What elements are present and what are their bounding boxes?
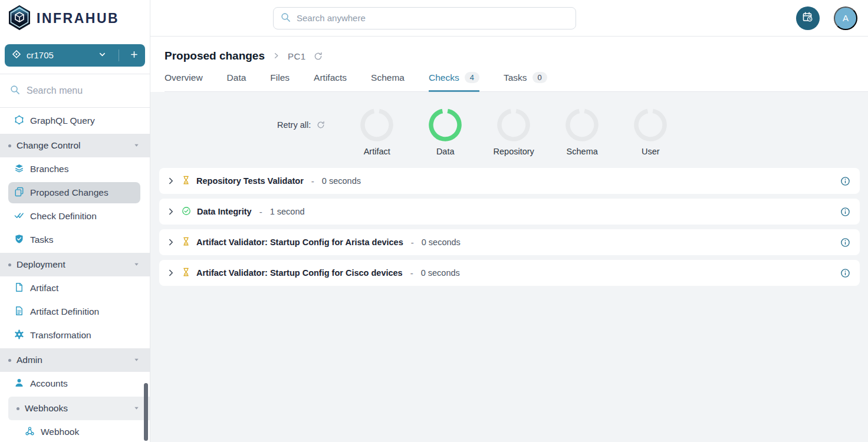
sidebar-scrollbar[interactable] [144, 383, 148, 441]
tab-data[interactable]: Data [227, 72, 246, 92]
bullet-icon [8, 263, 11, 266]
checks-panel: Retry all: Artifact Data [150, 92, 868, 442]
sidebar-item-accounts[interactable]: Accounts [0, 372, 150, 395]
sidebar: INFRAHUB cr1705 [0, 0, 150, 442]
sidebar-item-label: Check Definition [30, 211, 97, 222]
tab-label: Overview [165, 72, 203, 83]
progress-ring [565, 108, 599, 141]
tab-files[interactable]: Files [270, 72, 290, 92]
tab-label: Data [227, 72, 246, 83]
retry-all-button[interactable] [317, 121, 325, 129]
validator-list: Repository Tests Validator - 0 seconds D… [159, 168, 860, 286]
tab-checks[interactable]: Checks4 [429, 72, 479, 92]
tab-label: Artifacts [314, 72, 347, 83]
hourglass-icon [182, 237, 190, 248]
document-lines-icon [14, 306, 24, 318]
hourglass-icon [182, 176, 190, 186]
info-icon[interactable] [840, 207, 850, 217]
retry-all-label: Retry all: [277, 120, 311, 130]
hourglass-icon [182, 268, 190, 278]
validator-duration: 0 seconds [421, 268, 460, 278]
webhook-icon [25, 426, 35, 438]
sidebar-item-artifact-definition[interactable]: Artifact Definition [0, 300, 150, 324]
logo[interactable]: INFRAHUB [0, 0, 150, 37]
expand-chevron-icon[interactable] [166, 238, 176, 247]
validator-title: Artifact Validator: Startup Config for A… [196, 238, 403, 247]
ring-schema[interactable]: Schema [548, 108, 616, 156]
global-search-input[interactable] [297, 13, 568, 23]
sidebar-section-label: Change Control [17, 140, 81, 151]
validator-duration: 1 second [270, 207, 305, 216]
main-area: A Proposed changes PC1 Overview Data Fil… [150, 0, 868, 442]
graphql-icon [14, 115, 24, 127]
validator-row[interactable]: Repository Tests Validator - 0 seconds [159, 168, 860, 194]
validator-title: Data Integrity [197, 207, 252, 216]
tab-badge: 4 [465, 72, 479, 83]
tab-schema[interactable]: Schema [371, 72, 405, 92]
validator-title: Repository Tests Validator [196, 176, 304, 186]
branch-name: cr1705 [27, 50, 93, 60]
separator: - [411, 238, 414, 248]
branch-selector[interactable]: cr1705 [5, 44, 145, 67]
sidebar-item-label: Accounts [30, 378, 68, 389]
ring-user[interactable]: User [616, 108, 685, 156]
sidebar-item-artifact[interactable]: Artifact [0, 276, 150, 300]
proposed-changes-icon [14, 187, 24, 199]
avatar[interactable]: A [834, 6, 857, 30]
ring-label: Data [436, 147, 455, 156]
branches-icon [14, 163, 24, 176]
refresh-button[interactable] [314, 52, 323, 61]
tab-artifacts[interactable]: Artifacts [314, 72, 347, 92]
shield-check-icon [14, 234, 24, 246]
search-icon [10, 85, 20, 97]
sidebar-search-input[interactable] [27, 85, 127, 96]
tab-label: Schema [371, 72, 405, 83]
search-icon [281, 12, 291, 24]
info-icon[interactable] [840, 176, 850, 186]
sidebar-item-label: Artifact Definition [30, 306, 99, 317]
validator-row[interactable]: Data Integrity - 1 second [159, 199, 860, 225]
double-check-icon [14, 210, 24, 223]
sidebar-item-graphql-query[interactable]: GraphQL Query [0, 109, 150, 133]
expand-chevron-icon[interactable] [166, 268, 176, 278]
sidebar-item-proposed-changes[interactable]: Proposed Changes [8, 182, 140, 203]
sidebar-item-webhook[interactable]: Webhook [0, 420, 150, 442]
global-search[interactable] [273, 7, 576, 29]
sidebar-item-transformation[interactable]: Transformation [0, 324, 150, 347]
sidebar-item-label: Artifact [30, 283, 58, 293]
tab-overview[interactable]: Overview [165, 72, 203, 92]
info-icon[interactable] [840, 268, 850, 278]
ring-data[interactable]: Data [411, 108, 479, 156]
ring-label: Schema [567, 147, 598, 156]
sidebar-section-webhooks[interactable]: Webhooks [8, 397, 150, 420]
sidebar-item-tasks[interactable]: Tasks [0, 228, 150, 252]
ring-repository[interactable]: Repository [479, 108, 548, 156]
infrahub-logo-icon [8, 5, 31, 32]
sidebar-item-check-definition[interactable]: Check Definition [0, 204, 150, 228]
validator-row[interactable]: Artifact Validator: Startup Config for C… [159, 260, 860, 286]
add-branch-icon[interactable] [130, 50, 138, 60]
chevron-down-icon [133, 140, 140, 151]
time-travel-button[interactable] [796, 6, 820, 30]
expand-chevron-icon[interactable] [166, 176, 176, 186]
topbar: A [150, 0, 868, 37]
bullet-icon [8, 144, 11, 147]
sidebar-section-deployment[interactable]: Deployment [0, 253, 150, 276]
expand-chevron-icon[interactable] [166, 207, 176, 216]
breadcrumb-item[interactable]: PC1 [288, 51, 306, 61]
tab-tasks[interactable]: Tasks0 [504, 72, 547, 92]
tab-label: Checks [429, 72, 459, 83]
progress-ring [634, 108, 667, 141]
info-icon[interactable] [840, 238, 850, 248]
app-window: INFRAHUB cr1705 [0, 0, 868, 442]
sidebar-item-branches[interactable]: Branches [0, 157, 150, 181]
sidebar-section-change-control[interactable]: Change Control [0, 134, 150, 157]
sidebar-section-admin[interactable]: Admin [0, 348, 150, 372]
sidebar-item-label: Transformation [30, 330, 91, 341]
validator-row[interactable]: Artifact Validator: Startup Config for A… [159, 229, 860, 255]
sidebar-search[interactable] [0, 74, 150, 108]
chevron-down-icon [133, 259, 140, 270]
avatar-initial: A [843, 13, 849, 23]
ring-artifact[interactable]: Artifact [343, 108, 411, 156]
sidebar-item-label: Branches [30, 164, 68, 174]
